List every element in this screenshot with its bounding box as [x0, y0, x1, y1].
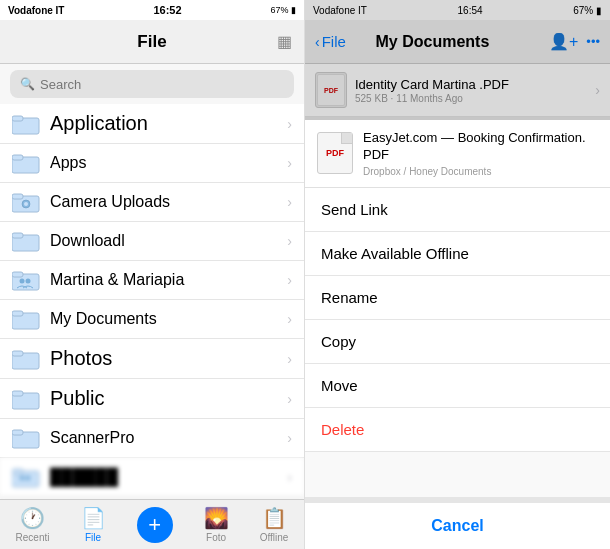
- folder-name: Photos: [50, 347, 277, 370]
- list-item[interactable]: Application ›: [0, 104, 304, 144]
- status-bar-left: Vodafone IT 16:52 67% ▮: [0, 0, 304, 20]
- rename-item[interactable]: Rename: [305, 276, 610, 320]
- folder-shared-icon: [12, 269, 40, 291]
- svg-point-13: [26, 279, 31, 284]
- folder-name: Martina & Mariapia: [50, 271, 277, 289]
- left-header-title: File: [137, 32, 166, 52]
- folder-camera-icon: [12, 191, 40, 213]
- svg-point-7: [24, 202, 28, 206]
- folder-name: Camera Uploads: [50, 193, 277, 211]
- photo-icon: 🌄: [204, 506, 229, 530]
- offline-icon: 📋: [262, 506, 287, 530]
- folder-name: Downloadl: [50, 232, 277, 250]
- make-available-offline-item[interactable]: Make Available Offline: [305, 232, 610, 276]
- chevron-icon: ›: [287, 430, 292, 446]
- list-item[interactable]: Apps ›: [0, 144, 304, 183]
- delete-item[interactable]: Delete: [305, 408, 610, 452]
- folder-name: Application: [50, 112, 277, 135]
- left-panel: Vodafone IT 16:52 67% ▮ File ▦ 🔍 Applica…: [0, 0, 305, 549]
- svg-point-24: [20, 476, 25, 481]
- folder-name: My Documents: [50, 310, 277, 328]
- list-item[interactable]: ██████ ›: [0, 458, 304, 497]
- plus-icon: +: [148, 512, 161, 538]
- folder-icon: [12, 348, 40, 370]
- svg-rect-23: [12, 469, 23, 474]
- file-icon: 📄: [81, 506, 106, 530]
- list-item[interactable]: ScannerPro ›: [0, 419, 304, 458]
- folder-name: ██████: [50, 468, 277, 486]
- folder-name: ScannerPro: [50, 429, 277, 447]
- svg-rect-9: [12, 233, 23, 238]
- svg-rect-5: [12, 194, 23, 199]
- chevron-icon: ›: [287, 391, 292, 407]
- send-link-item[interactable]: Send Link: [305, 188, 610, 232]
- folder-list: Application › Apps ›: [0, 104, 304, 499]
- right-panel: Vodafone IT 16:54 67% ▮ ‹ File My Docume…: [305, 0, 610, 549]
- folder-icon: [12, 230, 40, 252]
- svg-rect-19: [12, 391, 23, 396]
- tab-bar: 🕐 Recenti 📄 File + 🌄 Foto 📋 Offline: [0, 499, 304, 549]
- pdf-label: PDF: [326, 148, 344, 158]
- context-overlay: PDF EasyJet.com — Booking Confirmation. …: [305, 0, 610, 549]
- list-item[interactable]: Public ›: [0, 379, 304, 419]
- folder-icon: [12, 152, 40, 174]
- tab-label: Offline: [260, 532, 289, 543]
- list-item[interactable]: Camera Uploads ›: [0, 183, 304, 222]
- folder-icon: [12, 388, 40, 410]
- left-header: File ▦: [0, 20, 304, 64]
- svg-point-12: [20, 279, 25, 284]
- add-button[interactable]: +: [137, 507, 173, 543]
- chevron-icon: ›: [287, 116, 292, 132]
- context-file-info: EasyJet.com — Booking Confirmation. PDF …: [363, 130, 598, 177]
- svg-rect-3: [12, 155, 23, 160]
- context-file-name: EasyJet.com — Booking Confirmation. PDF: [363, 130, 598, 164]
- svg-rect-21: [12, 430, 23, 435]
- chevron-icon: ›: [287, 233, 292, 249]
- tab-foto[interactable]: 🌄 Foto: [204, 506, 229, 543]
- folder-icon: [12, 308, 40, 330]
- svg-point-25: [26, 476, 31, 481]
- battery-left: 67% ▮: [270, 5, 296, 15]
- context-menu: PDF EasyJet.com — Booking Confirmation. …: [305, 120, 610, 549]
- list-item[interactable]: Martina & Mariapia ›: [0, 261, 304, 300]
- tab-label: Foto: [206, 532, 226, 543]
- chevron-icon: ›: [287, 311, 292, 327]
- context-file-icon: PDF: [317, 132, 353, 174]
- list-item[interactable]: My Documents ›: [0, 300, 304, 339]
- cancel-button[interactable]: Cancel: [305, 497, 610, 549]
- svg-rect-17: [12, 351, 23, 356]
- copy-item[interactable]: Copy: [305, 320, 610, 364]
- list-item[interactable]: Photos ›: [0, 339, 304, 379]
- tab-label: File: [85, 532, 101, 543]
- folder-name: Apps: [50, 154, 277, 172]
- folder-shared-icon: [12, 466, 40, 488]
- recent-icon: 🕐: [20, 506, 45, 530]
- folder-icon: [12, 427, 40, 449]
- chevron-icon: ›: [287, 155, 292, 171]
- chevron-icon: ›: [287, 469, 292, 485]
- search-icon: 🔍: [20, 77, 35, 91]
- context-file-sub: Dropbox / Honey Documents: [363, 166, 598, 177]
- tab-recenti[interactable]: 🕐 Recenti: [16, 506, 50, 543]
- context-file-header: PDF EasyJet.com — Booking Confirmation. …: [305, 120, 610, 188]
- chevron-icon: ›: [287, 272, 292, 288]
- folder-name: Public: [50, 387, 277, 410]
- grid-icon[interactable]: ▦: [277, 32, 292, 51]
- folder-icon: [12, 113, 40, 135]
- search-bar[interactable]: 🔍: [10, 70, 294, 98]
- svg-rect-11: [12, 272, 23, 277]
- chevron-icon: ›: [287, 194, 292, 210]
- search-input[interactable]: [40, 77, 284, 92]
- move-item[interactable]: Move: [305, 364, 610, 408]
- time-left: 16:52: [153, 4, 181, 16]
- svg-rect-1: [12, 116, 23, 121]
- carrier-left: Vodafone IT: [8, 5, 64, 16]
- tab-offline[interactable]: 📋 Offline: [260, 506, 289, 543]
- tab-file[interactable]: 📄 File: [81, 506, 106, 543]
- tab-label: Recenti: [16, 532, 50, 543]
- context-menu-items: Send Link Make Available Offline Rename …: [305, 188, 610, 497]
- list-item[interactable]: Downloadl ›: [0, 222, 304, 261]
- svg-rect-15: [12, 311, 23, 316]
- chevron-icon: ›: [287, 351, 292, 367]
